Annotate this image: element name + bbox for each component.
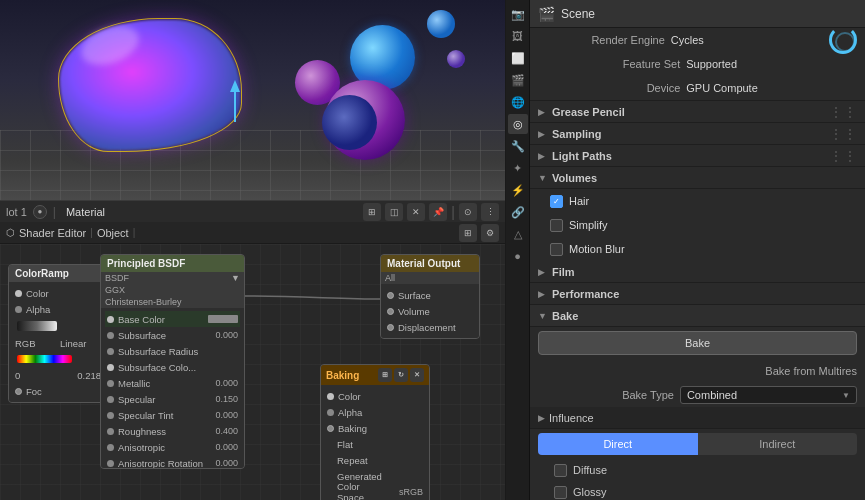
glossy-checkbox[interactable] xyxy=(554,486,567,499)
bake-section-header[interactable]: ▼ Bake xyxy=(530,305,865,327)
principled-aniso-value: 0.000 xyxy=(208,442,238,452)
sidebar-icon-object-data[interactable]: △ xyxy=(508,224,528,244)
viewport-icon-extra2[interactable]: ⋮ xyxy=(481,203,499,221)
viewport-icon-shield[interactable]: ◫ xyxy=(385,203,403,221)
viewport-slot-label: lot 1 xyxy=(6,206,27,218)
colorramp-node[interactable]: ColorRamp Color Alpha RGB xyxy=(8,264,108,403)
sidebar-icon-world[interactable]: 🌐 xyxy=(508,92,528,112)
viewport-icon-copy[interactable]: ⊞ xyxy=(363,203,381,221)
hair-checkbox[interactable]: ✓ xyxy=(550,195,563,208)
ball-small-1 xyxy=(427,10,455,38)
engine-circle-indicator xyxy=(829,26,857,54)
baking-baking-dot xyxy=(327,425,334,432)
bake-button[interactable]: Bake xyxy=(538,331,857,355)
principled-speculartint-value: 0.000 xyxy=(208,410,238,420)
performance-section[interactable]: ▶ Performance xyxy=(530,283,865,305)
render-engine-value: Cycles xyxy=(671,34,823,46)
principled-anisorot-dot xyxy=(107,460,114,467)
diffuse-checkbox[interactable] xyxy=(554,464,567,477)
output-node[interactable]: Material Output All Surface Volume xyxy=(380,254,480,339)
colorramp-title: ColorRamp xyxy=(15,268,69,279)
principled-aniso-label: Anisotropic xyxy=(118,442,204,453)
bake-from-label: Bake from Multires xyxy=(538,365,857,377)
sidebar-icon-material[interactable]: ● xyxy=(508,246,528,266)
principled-subsurface-value: 0.000 xyxy=(208,330,238,340)
ball-dark-cross xyxy=(322,95,377,150)
colorramp-alpha-label: Alpha xyxy=(26,304,101,315)
arrow-shaft xyxy=(234,92,236,122)
grease-pencil-section[interactable]: ▶ Grease Pencil ⋮⋮ xyxy=(530,101,865,123)
grease-pencil-arrow: ▶ xyxy=(538,107,548,117)
principled-speculartint-label: Specular Tint xyxy=(118,410,204,421)
viewport-icon-x[interactable]: ✕ xyxy=(407,203,425,221)
sidebar-icon-particles[interactable]: ✦ xyxy=(508,158,528,178)
principled-aniso-dot xyxy=(107,444,114,451)
film-section[interactable]: ▶ Film xyxy=(530,261,865,283)
colorramp-rgb-label: RGB xyxy=(15,338,56,349)
baking-icon1[interactable]: ⊞ xyxy=(378,368,392,382)
output-displacement-dot xyxy=(387,324,394,331)
bake-from-row: Bake from Multires xyxy=(530,359,865,383)
viewport-icon-extra1[interactable]: ⊙ xyxy=(459,203,477,221)
device-value: GPU Compute xyxy=(686,82,857,94)
node-settings-icon[interactable]: ⚙ xyxy=(481,224,499,242)
colorramp-fac-dot xyxy=(15,388,22,395)
principled-basecolor-dot xyxy=(107,316,114,323)
simplify-row: Simplify xyxy=(530,213,865,237)
node-editor[interactable]: ⬡ Shader Editor | Object | ⊞ ⚙ ColorRamp xyxy=(0,222,505,500)
transform-gizmo xyxy=(230,80,240,122)
sampling-label: Sampling xyxy=(552,128,602,140)
light-paths-section[interactable]: ▶ Light Paths ⋮⋮ xyxy=(530,145,865,167)
device-row: Device GPU Compute xyxy=(530,76,865,100)
viewport-material-label: Material xyxy=(66,206,105,218)
node-editor-label: Shader Editor xyxy=(19,227,86,239)
sidebar-icon-render[interactable]: 📷 xyxy=(508,4,528,24)
principled-node[interactable]: Principled BSDF BSDF ▼ GGX Christensen-B… xyxy=(100,254,245,469)
sidebar-icon-physics[interactable]: ⚡ xyxy=(508,180,528,200)
sampling-section[interactable]: ▶ Sampling ⋮⋮ xyxy=(530,123,865,145)
simplify-checkbox[interactable] xyxy=(550,219,563,232)
performance-label: Performance xyxy=(552,288,619,300)
node-canvas[interactable]: ColorRamp Color Alpha RGB xyxy=(0,244,505,500)
properties-sidebar: 📷 🖼 ⬜ 🎬 🌐 ◎ 🔧 ✦ ⚡ 🔗 △ ● xyxy=(506,0,530,500)
baking-node-header: Baking ⊞ ↻ ✕ xyxy=(321,365,429,385)
baking-flat-label: Flat xyxy=(327,439,423,450)
principled-roughness-label: Roughness xyxy=(118,426,204,437)
sidebar-icon-modifier[interactable]: 🔧 xyxy=(508,136,528,156)
volumes-arrow: ▼ xyxy=(538,173,548,183)
light-paths-label: Light Paths xyxy=(552,150,612,162)
baking-colorspace-value: sRGB xyxy=(393,487,423,497)
viewport-icon-pin[interactable]: 📌 xyxy=(429,203,447,221)
sidebar-icon-scene[interactable]: 🎬 xyxy=(508,70,528,90)
feature-set-label: Feature Set xyxy=(538,58,680,70)
baking-icon3[interactable]: ✕ xyxy=(410,368,424,382)
colorramp-bar xyxy=(17,355,72,363)
baking-baking-label: Baking xyxy=(338,423,423,434)
sidebar-icon-output[interactable]: 🖼 xyxy=(508,26,528,46)
colorramp-swatch xyxy=(17,321,57,331)
viewport-mode-dot[interactable]: ● xyxy=(33,205,47,219)
viewport-icons: ⊞ ◫ ✕ 📌 | ⊙ ⋮ xyxy=(363,203,499,221)
principled-subsurface-dot xyxy=(107,332,114,339)
principled-specular-dot xyxy=(107,396,114,403)
viewport[interactable] xyxy=(0,0,505,200)
indirect-tab[interactable]: Indirect xyxy=(698,433,858,455)
sidebar-icon-view[interactable]: ⬜ xyxy=(508,48,528,68)
baking-icon2[interactable]: ↻ xyxy=(394,368,408,382)
sidebar-icon-constraints[interactable]: 🔗 xyxy=(508,202,528,222)
sidebar-icon-object[interactable]: ◎ xyxy=(508,114,528,134)
viewport-header: lot 1 ● | Material ⊞ ◫ ✕ 📌 | ⊙ ⋮ xyxy=(0,200,505,222)
film-label: Film xyxy=(552,266,575,278)
volumes-section[interactable]: ▼ Volumes xyxy=(530,167,865,189)
colorramp-linear-label: Linear xyxy=(60,338,101,349)
direct-tab[interactable]: Direct xyxy=(538,433,698,455)
baking-generated-label: Generated xyxy=(327,471,423,482)
bake-tabs: Direct Indirect xyxy=(538,433,857,455)
bake-type-dropdown[interactable]: Combined ▼ xyxy=(680,386,857,404)
colorramp-pos-value: 0.218 xyxy=(60,370,101,381)
baking-node[interactable]: Baking ⊞ ↻ ✕ Color Alpha xyxy=(320,364,430,500)
node-view-icon[interactable]: ⊞ xyxy=(459,224,477,242)
motion-blur-checkbox[interactable] xyxy=(550,243,563,256)
light-paths-arrow: ▶ xyxy=(538,151,548,161)
principled-roughness-value: 0.400 xyxy=(208,426,238,436)
